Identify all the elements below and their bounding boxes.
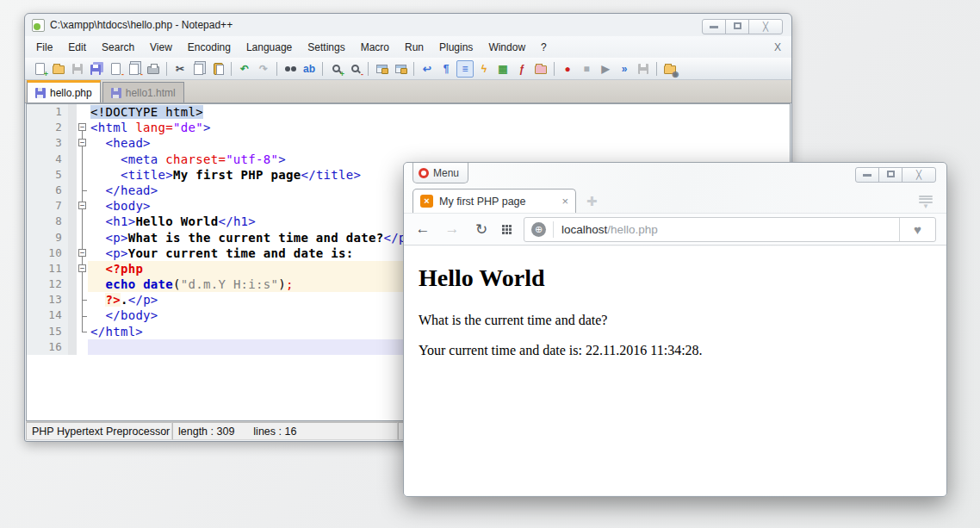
editor-tab-hello1-html[interactable]: hello1.html	[102, 82, 184, 102]
menu-item-search[interactable]: Search	[94, 39, 142, 56]
code-text[interactable]: <html lang="de">	[88, 120, 790, 135]
code-text[interactable]: <head>	[88, 135, 790, 151]
fold-margin[interactable]: −	[77, 261, 88, 276]
minimize-button[interactable]	[855, 167, 879, 183]
menu-item-language[interactable]: Language	[239, 39, 300, 56]
reload-icon[interactable]: ↻	[473, 221, 490, 239]
bookmark-margin[interactable]	[68, 104, 77, 120]
bookmark-margin[interactable]	[68, 198, 77, 214]
fold-margin[interactable]	[77, 324, 88, 339]
menu-item-window[interactable]: Window	[481, 39, 533, 56]
menu-item-macro[interactable]: Macro	[353, 39, 397, 56]
bookmark-margin[interactable]	[68, 135, 77, 151]
fold-margin[interactable]	[77, 276, 88, 292]
menu-item-run[interactable]: Run	[397, 39, 431, 56]
zoom-in-icon[interactable]: +	[327, 60, 344, 78]
fold-margin[interactable]	[77, 104, 88, 120]
macro-save-icon[interactable]	[635, 60, 652, 78]
fold-margin[interactable]	[77, 230, 88, 245]
fold-collapse-icon[interactable]: −	[78, 264, 86, 272]
forward-icon[interactable]: →	[443, 221, 461, 238]
bookmark-margin[interactable]	[68, 261, 77, 276]
fold-margin[interactable]: −	[77, 245, 88, 261]
copy-icon[interactable]	[190, 60, 208, 78]
bookmark-margin[interactable]	[68, 307, 77, 323]
menu-item-view[interactable]: View	[142, 39, 180, 56]
macro-run-multiple-icon[interactable]: »	[616, 60, 633, 78]
zoom-out-icon[interactable]: -	[346, 60, 363, 78]
macro-play-icon[interactable]: ▶	[597, 60, 614, 78]
replace-icon[interactable]: ab	[301, 60, 318, 78]
close-icon[interactable]: -	[107, 60, 124, 78]
menu-item-edit[interactable]: Edit	[60, 39, 94, 56]
menu-item-[interactable]: ?	[533, 39, 555, 56]
save-icon[interactable]	[69, 60, 86, 78]
bookmark-margin[interactable]	[68, 183, 77, 198]
document-map-icon[interactable]: ▦	[494, 60, 512, 78]
save-all-icon[interactable]	[88, 60, 105, 78]
sync-horizontal-icon[interactable]	[392, 60, 409, 78]
site-badge-icon[interactable]: ⊕	[531, 222, 546, 237]
fold-margin[interactable]	[77, 152, 88, 167]
restore-button[interactable]	[725, 19, 749, 34]
redo-icon[interactable]: ↷	[255, 60, 272, 78]
function-list-icon[interactable]: ƒ	[513, 60, 530, 78]
menu-item-settings[interactable]: Settings	[300, 39, 352, 56]
auto-completion-icon[interactable]: ϟ	[475, 60, 493, 78]
fold-margin[interactable]: −	[77, 198, 88, 214]
minimize-button[interactable]	[702, 19, 726, 34]
fold-margin[interactable]	[77, 183, 88, 198]
paste-icon[interactable]	[209, 60, 226, 78]
undo-icon[interactable]: ↶	[236, 60, 253, 78]
editor-tab-hello-php[interactable]: hello.php	[27, 80, 101, 102]
indent-guide-icon[interactable]: ≡	[456, 60, 474, 78]
find-icon[interactable]	[282, 60, 299, 78]
bookmark-margin[interactable]	[68, 152, 77, 167]
menu-item-file[interactable]: File	[28, 39, 60, 56]
folder-workspace-icon[interactable]	[532, 60, 549, 78]
bookmark-margin[interactable]	[68, 120, 77, 135]
fold-margin[interactable]	[77, 214, 88, 229]
close-all-icon[interactable]: -	[126, 60, 143, 78]
notepadpp-title-bar[interactable]: C:\xampp\htdocs\hello.php - Notepad++	[25, 14, 791, 36]
new-tab-icon[interactable]: ✚	[586, 194, 598, 213]
word-wrap-icon[interactable]: ↩	[419, 60, 436, 78]
bookmark-margin[interactable]	[68, 167, 77, 183]
show-all-chars-icon[interactable]: ¶	[437, 60, 455, 78]
browser-tab[interactable]: × My first PHP page ×	[412, 189, 576, 213]
monitoring-icon[interactable]: ◉	[661, 60, 679, 78]
menu-item-plugins[interactable]: Plugins	[431, 39, 481, 56]
bookmark-margin[interactable]	[68, 230, 77, 245]
print-icon[interactable]	[145, 60, 162, 78]
fold-collapse-icon[interactable]: −	[78, 202, 86, 209]
fold-collapse-icon[interactable]: −	[78, 123, 86, 131]
menu-close-icon[interactable]: X	[774, 41, 781, 53]
speed-dial-icon[interactable]	[502, 225, 512, 234]
fold-margin[interactable]	[77, 339, 88, 355]
macro-stop-icon[interactable]: ■	[578, 60, 595, 78]
bookmark-margin[interactable]	[68, 292, 77, 307]
bookmark-heart-icon[interactable]: ♥	[899, 218, 935, 241]
fold-collapse-icon[interactable]: −	[78, 139, 86, 146]
bookmark-margin[interactable]	[68, 245, 77, 261]
sync-vertical-icon[interactable]	[373, 60, 390, 78]
bookmark-margin[interactable]	[68, 276, 77, 292]
tab-menu-icon[interactable]: ▼	[919, 194, 933, 209]
bookmark-margin[interactable]	[68, 324, 77, 339]
fold-margin[interactable]	[77, 307, 88, 323]
new-file-icon[interactable]: +	[31, 60, 48, 78]
menu-item-encoding[interactable]: Encoding	[180, 39, 239, 56]
bookmark-margin[interactable]	[68, 339, 77, 355]
fold-margin[interactable]: −	[77, 120, 88, 135]
close-button[interactable]: ╳	[748, 19, 783, 34]
tab-close-icon[interactable]: ×	[561, 195, 568, 208]
back-icon[interactable]: ←	[414, 221, 431, 238]
address-bar[interactable]: ⊕ localhost /hello.php ♥	[524, 217, 936, 242]
browser-menu-button[interactable]: Menu	[412, 163, 468, 183]
fold-collapse-icon[interactable]: −	[78, 249, 86, 257]
close-button[interactable]: ╳	[902, 167, 936, 183]
fold-margin[interactable]	[77, 292, 88, 307]
code-text[interactable]: <!DOCTYPE html>	[88, 104, 790, 120]
macro-record-icon[interactable]: ●	[559, 60, 576, 78]
open-icon[interactable]	[50, 60, 67, 78]
